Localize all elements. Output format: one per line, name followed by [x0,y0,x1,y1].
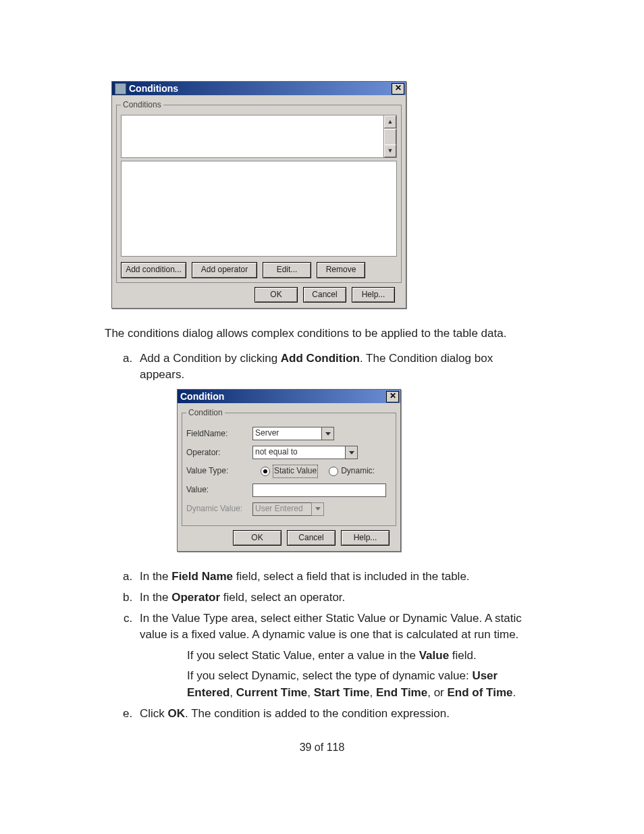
button-row: Add condition... Add operator Edit... Re… [121,262,397,278]
close-icon[interactable]: ✕ [392,83,404,95]
ok-button[interactable]: OK [254,287,298,303]
remove-button[interactable]: Remove [317,262,365,278]
edit-button[interactable]: Edit... [263,262,311,278]
operator-combo[interactable]: not equal to [252,446,358,459]
close-icon[interactable]: ✕ [386,391,399,402]
dialog-body: Conditions ▲ ▼ Add condition... Add oper… [112,95,406,308]
add-operator-button[interactable]: Add operator [192,262,257,278]
dynamicvalue-label: Dynamic Value: [186,503,252,515]
operator-row: Operator: not equal to [186,446,392,459]
expression-area[interactable] [121,161,397,257]
chevron-down-icon[interactable] [321,427,334,440]
scroll-down-icon[interactable]: ▼ [384,145,396,157]
step-list-2: In the Field Name field, select a field … [105,569,539,722]
dynamicvalue-value: User Entered [252,502,311,516]
step-list-1: Add a Condition by clicking Add Conditio… [105,350,539,552]
fieldname-label: FieldName: [186,428,252,440]
value-input[interactable] [252,484,386,497]
operator-value[interactable]: not equal to [252,446,345,459]
condition-group: Condition FieldName: Server Operator: [182,407,396,526]
value-row: Value: [186,484,392,497]
dynamicvalue-row: Dynamic Value: User Entered [186,502,392,516]
fieldname-combo[interactable]: Server [252,427,334,440]
dialog-footer: OK Cancel Help... [116,287,402,303]
dynamic-radio[interactable] [329,467,338,476]
help-button[interactable]: Help... [341,530,390,546]
titlebar: Conditions ✕ [112,82,406,95]
chevron-down-icon[interactable] [345,446,358,459]
substep-dynamic: If you select Dynamic, select the type o… [187,668,539,701]
fieldname-row: FieldName: Server [186,427,392,440]
value-label: Value: [186,484,252,496]
cancel-button[interactable]: Cancel [287,530,336,546]
scroll-thumb[interactable] [384,129,396,145]
step-c: In the Value Type area, select either St… [136,610,539,702]
valuetype-label: Value Type: [186,465,252,477]
group-label: Condition [186,407,225,419]
scrollbar[interactable]: ▲ ▼ [383,115,396,157]
static-value-radio[interactable] [261,467,270,476]
dialog-body: Condition FieldName: Server Operator: [178,403,400,551]
dynamicvalue-combo: User Entered [252,502,324,516]
static-value-label: Static Value [273,465,318,477]
dynamic-label: Dynamic: [341,465,375,477]
valuetype-row: Value Type: Static Value Dynamic: [186,465,392,477]
dialog-title: Condition [180,390,386,403]
step-b: In the Operator field, select an operato… [136,590,539,606]
page-number: 39 of 118 [105,739,539,755]
step-a: Add a Condition by clicking Add Conditio… [136,350,539,552]
group-label: Conditions [121,99,163,111]
fieldname-value[interactable]: Server [252,427,321,440]
help-button[interactable]: Help... [352,287,395,303]
operator-label: Operator: [186,447,252,459]
substep-static: If you select Static Value, enter a valu… [187,648,539,664]
dialog-title: Conditions [129,82,392,95]
ok-button[interactable]: OK [233,530,281,546]
step-a2: In the Field Name field, select a field … [136,569,539,585]
titlebar: Condition ✕ [178,390,400,403]
add-condition-button[interactable]: Add condition... [121,262,186,278]
chevron-down-icon [311,502,324,516]
step-e: Click OK. The condition is added to the … [136,706,539,723]
scroll-up-icon[interactable]: ▲ [384,115,396,128]
app-icon [115,83,126,95]
cancel-button[interactable]: Cancel [303,287,346,303]
conditions-dialog: Conditions ✕ Conditions ▲ ▼ Add conditio… [111,81,406,309]
conditions-list[interactable]: ▲ ▼ [121,115,397,158]
conditions-group: Conditions ▲ ▼ Add condition... Add oper… [116,99,402,283]
paragraph: The conditions dialog allows complex con… [105,325,539,342]
document-page: Conditions ✕ Conditions ▲ ▼ Add conditio… [0,0,644,834]
dialog-footer: OK Cancel Help... [182,530,396,546]
condition-dialog: Condition ✕ Condition FieldName: Server [177,389,401,552]
